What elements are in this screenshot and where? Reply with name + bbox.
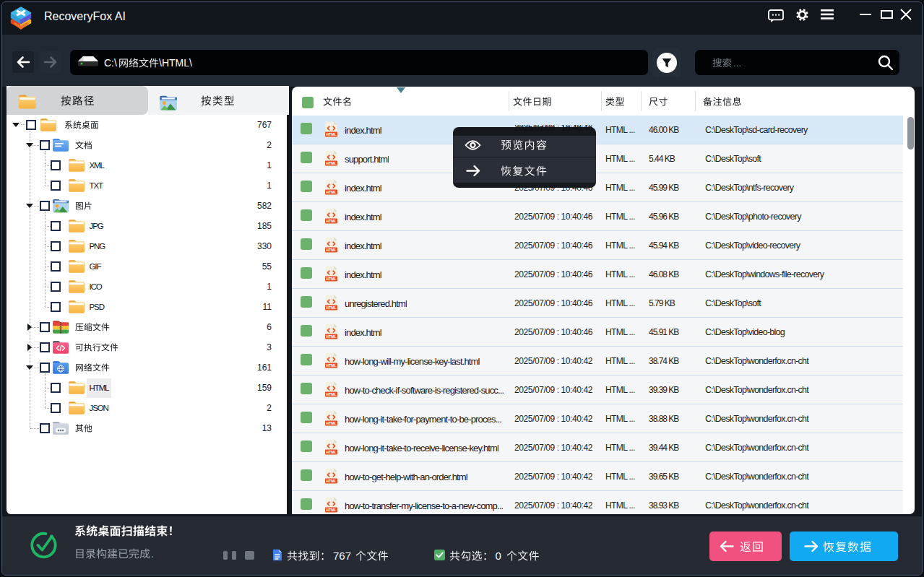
svg-text:HTML: HTML bbox=[326, 479, 337, 483]
svg-text:HTML: HTML bbox=[326, 305, 337, 310]
svg-text:HTML: HTML bbox=[326, 392, 337, 396]
svg-text:HTML: HTML bbox=[326, 363, 337, 368]
svg-text:HTML: HTML bbox=[326, 132, 337, 136]
svg-text:HTML: HTML bbox=[326, 450, 337, 454]
svg-text:HTML: HTML bbox=[326, 508, 337, 512]
svg-text:HTML: HTML bbox=[326, 248, 337, 252]
svg-text:HTML: HTML bbox=[326, 190, 337, 194]
svg-text:HTML: HTML bbox=[326, 421, 337, 425]
svg-text:HTML: HTML bbox=[326, 219, 337, 223]
svg-text:HTML: HTML bbox=[326, 277, 337, 281]
svg-text:HTML: HTML bbox=[326, 334, 337, 339]
svg-text:HTML: HTML bbox=[326, 161, 337, 165]
